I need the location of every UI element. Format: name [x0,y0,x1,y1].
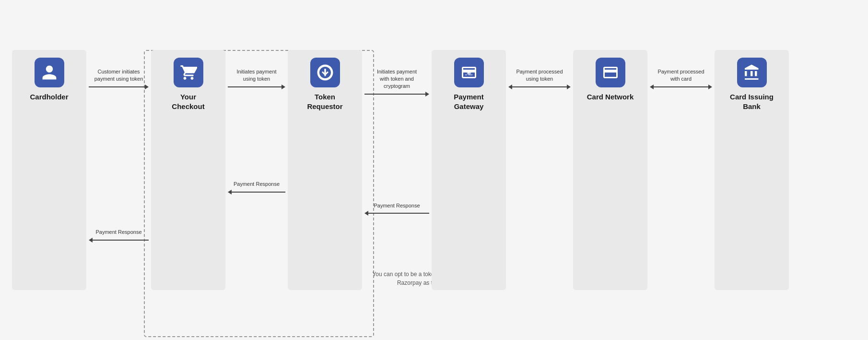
arrow-gateway-network: Payment processed using token [506,50,573,89]
arrowhead-left-resp1 [89,238,93,243]
arrowhead-right-3 [425,92,429,97]
arrow-label-3: Initiates payment with token and cryptog… [377,68,417,90]
arrow-label-5: Payment processed with card [657,68,704,83]
card-network-icon [596,58,625,87]
checkout-label: YourCheckout [172,92,204,111]
card-network-label: Card Network [587,92,634,102]
arrow-token-gateway: Initiates payment with token and cryptog… [362,50,432,216]
arrow-label-response-1: Payment Response [96,229,142,236]
actor-token-requestor: TokenRequestor You can opt to be a token… [288,50,362,290]
bank-icon [737,58,767,87]
arrowhead-right-4 [567,85,571,89]
cart-icon [174,58,203,87]
arrow-network-bank: Payment processed with card [647,50,715,89]
arrowhead-right-2 [282,85,285,89]
arrow-checkout-token: Initiates payment using token Payment Re… [225,50,288,194]
actor-card-issuing-bank: Card IssuingBank [715,50,789,290]
token-icon [310,58,340,87]
actor-your-checkout: YourCheckout [151,50,225,290]
arrow-label-4: Payment processed using token [516,68,563,83]
payment-gateway-label: PaymentGateway [454,92,484,111]
arrow-label-1: Customer initiates payment using token [94,68,143,83]
arrowhead-right-1 [145,85,149,89]
actor-card-network: Card Network [573,50,647,290]
arrowhead-left-resp3 [364,211,368,216]
arrowhead-left-5 [650,85,654,89]
arrow-cardholder-checkout: Customer initiates payment using token P… [86,50,151,243]
arrowhead-left-4 [508,85,512,89]
arrowhead-right-5 [708,85,712,89]
cardholder-label: Cardholder [30,92,68,102]
actor-payment-gateway: PaymentGateway [432,50,506,290]
token-requestor-label: TokenRequestor [307,92,342,111]
arrowhead-left-resp2 [228,190,232,194]
actor-cardholder: Cardholder [12,50,86,290]
arrow-label-response-2: Payment Response [234,181,280,188]
gateway-icon [454,58,484,87]
user-icon [35,58,64,87]
arrow-label-2: Initiates payment using token [236,68,276,83]
diagram-container: Cardholder Customer initiates payment us… [7,44,861,296]
arrow-label-response-3: Payment Response [374,202,420,209]
card-issuing-bank-label: Card IssuingBank [730,92,774,111]
